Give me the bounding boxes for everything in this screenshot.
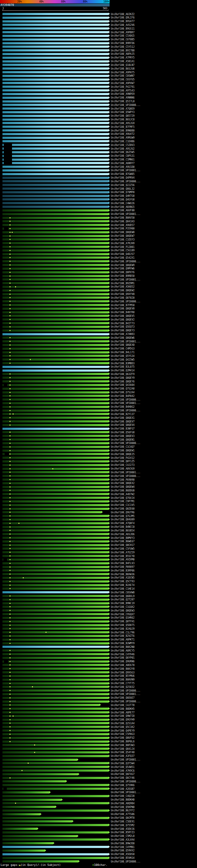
hit-label[interactable]: UniRef100_Q5KPN0 bbox=[111, 806, 134, 809]
hit-bar[interactable] bbox=[2, 646, 108, 648]
hit-label[interactable]: UniRef100_Q0QEY6 bbox=[111, 380, 134, 383]
hit-label[interactable]: UniRef100_A7K9C6 bbox=[111, 770, 134, 772]
hit-bar[interactable] bbox=[2, 704, 99, 706]
hit-label[interactable]: UniRef100_A3LVA4 bbox=[111, 838, 134, 841]
hit-bar[interactable] bbox=[2, 438, 108, 441]
hit-bar[interactable] bbox=[2, 657, 108, 659]
hit-label[interactable]: UniRef100_A8XNG5 bbox=[111, 206, 134, 209]
hit-label[interactable]: UniRef100_A5E0S8 bbox=[111, 853, 134, 856]
hit-bar[interactable] bbox=[2, 337, 108, 339]
hit-bar[interactable] bbox=[2, 133, 108, 135]
hit-bar[interactable] bbox=[2, 144, 108, 146]
hit-bar[interactable] bbox=[2, 340, 108, 342]
hit-label[interactable]: UniRef100_B5SCY0 bbox=[111, 555, 134, 558]
hit-bar[interactable] bbox=[2, 318, 108, 320]
hit-bar[interactable] bbox=[2, 107, 108, 110]
hit-bar[interactable] bbox=[2, 213, 108, 215]
hit-bar[interactable] bbox=[2, 191, 108, 193]
hit-bar[interactable] bbox=[2, 471, 108, 473]
hit-bar[interactable] bbox=[2, 111, 108, 113]
hit-label[interactable]: UniRef100_Q8TFH1 bbox=[111, 620, 134, 623]
hit-label[interactable]: UniRef100_Q841J4 bbox=[111, 748, 134, 750]
hit-bar[interactable] bbox=[2, 799, 61, 801]
hit-label[interactable]: UniRef100_Q6FXG7 bbox=[111, 773, 134, 776]
hit-label[interactable]: UniRef100_C4WU26 bbox=[111, 202, 134, 205]
hit-bar[interactable] bbox=[2, 428, 108, 430]
hit-label[interactable]: UniRef100_B4IT73 bbox=[111, 322, 134, 325]
hit-bar[interactable] bbox=[2, 293, 108, 295]
hit-bar[interactable] bbox=[2, 649, 108, 652]
hit-label[interactable]: UniRef100_Q0QEW3 bbox=[111, 609, 134, 612]
hit-label[interactable]: UniRef100_C4Y946 bbox=[111, 653, 134, 656]
hit-bar[interactable] bbox=[2, 857, 108, 859]
hit-label[interactable]: UniRef100_B3NFG7 bbox=[111, 427, 134, 430]
hit-bar[interactable] bbox=[2, 42, 108, 44]
hit-label[interactable]: UniRef100_B6SJU8 bbox=[111, 67, 134, 70]
hit-bar[interactable] bbox=[2, 289, 108, 291]
hit-bar[interactable] bbox=[2, 817, 108, 819]
hit-label[interactable]: UniRef100_Q5C1K2 bbox=[111, 726, 134, 728]
hit-bar[interactable] bbox=[2, 468, 108, 470]
hit-label[interactable]: UniRef100_A9PVW7 bbox=[111, 82, 134, 85]
hit-label[interactable]: UniRef100_B2AQJ9 bbox=[111, 627, 134, 630]
hit-label[interactable]: UniRef100_Q9GTR6 bbox=[111, 511, 134, 514]
hit-label[interactable]: UniRef100_B4NCC0 bbox=[111, 526, 134, 528]
hit-bar[interactable] bbox=[2, 38, 108, 41]
hit-bar[interactable] bbox=[2, 300, 108, 302]
hit-label[interactable]: UniRef100_Q0QEV3 bbox=[111, 435, 134, 438]
hit-bar[interactable] bbox=[2, 53, 108, 55]
hit-bar[interactable] bbox=[2, 639, 108, 641]
hit-label[interactable]: UniRef100_UPI0000... bbox=[111, 260, 140, 263]
hit-bar[interactable] bbox=[2, 748, 108, 750]
hit-bar[interactable] bbox=[2, 773, 78, 775]
hit-label[interactable]: UniRef100_C9P7M1 bbox=[111, 500, 134, 503]
hit-bar[interactable] bbox=[2, 584, 108, 586]
hit-bar[interactable] bbox=[2, 195, 108, 197]
hit-bar[interactable] bbox=[2, 504, 108, 506]
hit-label[interactable]: UniRef100_A9SJU2 bbox=[111, 148, 134, 150]
hit-label[interactable]: UniRef100_Q5EQT3 bbox=[111, 326, 134, 328]
hit-bar[interactable] bbox=[2, 766, 108, 768]
hit-label[interactable]: UniRef100_B9WJD0 bbox=[111, 842, 134, 845]
hit-bar[interactable] bbox=[2, 129, 108, 131]
hit-bar[interactable] bbox=[2, 71, 108, 73]
hit-bar[interactable] bbox=[2, 842, 53, 844]
hit-label[interactable]: UniRef100_Q0QEW1 bbox=[111, 449, 134, 452]
hit-label[interactable]: UniRef100_Q0QEW7 bbox=[111, 235, 134, 238]
hit-label[interactable]: UniRef100_B6SJC8 bbox=[111, 118, 134, 121]
hit-label[interactable]: UniRef100_Q0Y1Z5 bbox=[111, 460, 134, 463]
hit-label[interactable]: UniRef100_UPI0001... bbox=[111, 471, 140, 474]
hit-label[interactable]: UniRef100_B9RB50 bbox=[111, 275, 134, 277]
hit-label[interactable]: UniRef100_Q0QEV5 bbox=[111, 315, 134, 317]
hit-label[interactable]: UniRef100_C0SWN7 bbox=[111, 74, 134, 77]
hit-bar[interactable] bbox=[2, 206, 108, 208]
hit-label[interactable]: UniRef100_Q7GJM5 bbox=[111, 515, 134, 518]
hit-bar[interactable] bbox=[2, 475, 108, 477]
hit-label[interactable]: UniRef100_A6RCY5 bbox=[111, 649, 134, 652]
hit-bar[interactable] bbox=[2, 431, 108, 433]
hit-label[interactable]: UniRef100_Q0QEV4 bbox=[111, 424, 134, 427]
hit-bar[interactable] bbox=[2, 75, 108, 77]
hit-label[interactable]: UniRef100_A9NPE9 bbox=[111, 93, 134, 95]
hit-bar[interactable] bbox=[2, 755, 108, 757]
hit-label[interactable]: UniRef100_A7Q0F4 bbox=[111, 522, 134, 525]
hit-label[interactable]: UniRef100_Q86L32 bbox=[111, 188, 134, 190]
hit-bar[interactable] bbox=[2, 315, 108, 317]
hit-label[interactable]: UniRef100_Q5YS34 bbox=[111, 355, 134, 358]
hit-bar[interactable] bbox=[2, 97, 108, 99]
hit-label[interactable]: UniRef100_B0XW36 bbox=[111, 573, 134, 576]
hit-bar[interactable] bbox=[2, 275, 108, 277]
hit-bar[interactable] bbox=[2, 402, 108, 404]
hit-label[interactable]: UniRef100_B7GW05 bbox=[111, 173, 134, 176]
hit-bar[interactable] bbox=[2, 450, 108, 452]
hit-label[interactable]: UniRef100_Q0QEV7 bbox=[111, 420, 134, 423]
hit-label[interactable]: UniRef100_A6N9Y7 bbox=[111, 162, 134, 165]
hit-bar[interactable] bbox=[2, 89, 108, 91]
hit-label[interactable]: UniRef100_A8Q9B4 bbox=[111, 802, 134, 805]
hit-label[interactable]: UniRef100_A6SJD6 bbox=[111, 533, 134, 536]
hit-bar[interactable] bbox=[2, 100, 108, 102]
hit-label[interactable]: UniRef100_Q2M414 bbox=[111, 369, 134, 372]
hit-bar[interactable] bbox=[2, 460, 108, 463]
hit-label[interactable]: UniRef100_A9U1D0 bbox=[111, 166, 134, 168]
hit-bar[interactable] bbox=[2, 162, 108, 164]
